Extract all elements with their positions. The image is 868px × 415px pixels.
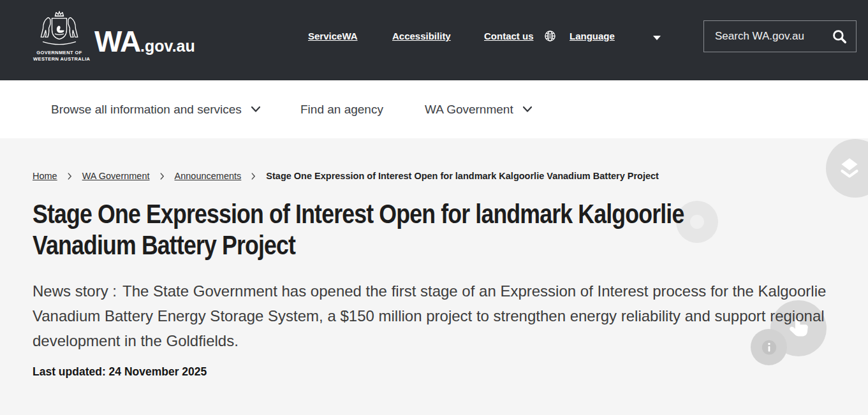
layers-icon xyxy=(836,155,863,182)
site-brand: WA.gov.au xyxy=(94,24,195,66)
article-summary: News story :The State Government has ope… xyxy=(33,279,842,353)
nav-item-label: Find an agency xyxy=(300,103,383,117)
wa-coat-of-arms: GOVERNMENT OF WESTERN AUSTRALIA xyxy=(33,9,85,62)
wa-coat-of-arms-icon xyxy=(36,9,83,48)
breadcrumb-home[interactable]: Home xyxy=(33,171,57,181)
summary-text: The State Government has opened the firs… xyxy=(33,282,826,349)
main-navigation: Browse all information and services Find… xyxy=(0,80,868,138)
last-updated: Last updated: 24 November 2025 xyxy=(33,365,207,379)
utility-link-servicewa[interactable]: ServiceWA xyxy=(308,31,358,41)
utility-link-contact-us[interactable]: Contact us xyxy=(484,31,534,41)
search-box xyxy=(703,20,857,52)
breadcrumb-current-page: Stage One Expression of Interest Open fo… xyxy=(266,171,659,181)
crest-caption-line2: WESTERN AUSTRALIA xyxy=(33,56,85,62)
nav-item-label: WA Government xyxy=(425,103,513,117)
utility-link-accessibility[interactable]: Accessibility xyxy=(392,31,451,41)
chevron-down-icon xyxy=(523,106,532,112)
crest-caption-line1: GOVERNMENT OF xyxy=(33,50,85,56)
summary-prefix: News story : xyxy=(33,282,117,300)
globe-icon xyxy=(544,30,556,45)
nav-item-browse[interactable]: Browse all information and services xyxy=(51,80,260,138)
search-icon xyxy=(831,28,848,45)
site-header: GOVERNMENT OF WESTERN AUSTRALIA WA.gov.a… xyxy=(0,0,868,80)
search-input[interactable] xyxy=(704,30,828,43)
page-title: Stage One Expression of Interest Open fo… xyxy=(33,198,770,261)
chevron-down-icon xyxy=(251,106,260,112)
chevron-right-icon xyxy=(251,173,256,180)
breadcrumb-wa-government[interactable]: WA Government xyxy=(82,171,150,181)
breadcrumb-announcements[interactable]: Announcements xyxy=(175,171,242,181)
chevron-right-icon xyxy=(68,173,72,180)
wa-gov-logo[interactable]: GOVERNMENT OF WESTERN AUSTRALIA WA.gov.a… xyxy=(31,6,178,74)
nav-item-label: Browse all information and services xyxy=(51,103,242,117)
language-caret-down-icon[interactable] xyxy=(653,36,661,40)
nav-item-find-agency[interactable]: Find an agency xyxy=(300,80,383,138)
language-link[interactable]: Language xyxy=(570,31,615,41)
widget-layers-button[interactable] xyxy=(826,139,868,198)
brand-main: WA xyxy=(94,25,140,58)
chevron-right-icon xyxy=(160,173,165,180)
nav-item-wa-government[interactable]: WA Government xyxy=(425,80,532,138)
breadcrumb: Home WA Government Announcements Stage O… xyxy=(33,171,659,181)
brand-suffix: .gov.au xyxy=(140,37,195,55)
search-button[interactable] xyxy=(828,28,856,45)
